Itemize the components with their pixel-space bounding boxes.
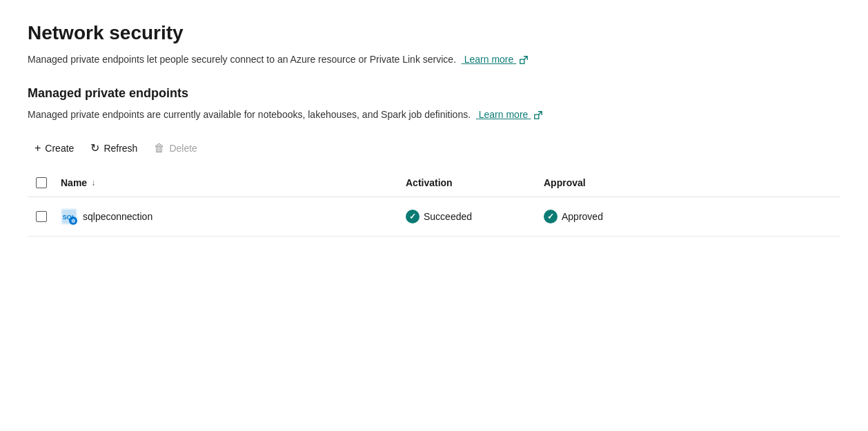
header-checkbox-wrapper <box>28 177 55 188</box>
refresh-icon: ↻ <box>90 143 99 154</box>
activation-status-badge: Succeeded <box>406 210 533 223</box>
name-cell: SQL ⚙ sqlpeconnection <box>55 206 400 228</box>
external-link-icon-1 <box>519 55 529 65</box>
plus-icon: + <box>34 143 41 154</box>
external-link-icon-2 <box>533 110 543 120</box>
column-header-extra <box>676 180 840 186</box>
section-title: Managed private endpoints <box>28 86 840 101</box>
learn-more-link-2[interactable]: Learn more <box>476 109 531 120</box>
toolbar: + Create ↻ Refresh 🗑 Delete <box>28 139 840 158</box>
section-description: Managed private endpoints are currently … <box>28 108 552 122</box>
learn-more-link-1[interactable]: Learn more <box>462 54 516 65</box>
row-checkbox[interactable] <box>36 211 47 222</box>
approval-cell: Approved <box>538 207 676 226</box>
table-header: Name ↓ Activation Approval <box>28 169 840 197</box>
endpoints-table: Name ↓ Activation Approval SQL ⚙ <box>28 169 840 237</box>
svg-rect-0 <box>520 59 524 63</box>
extra-cell <box>676 214 840 219</box>
delete-button[interactable]: 🗑 Delete <box>147 139 204 158</box>
sort-icon[interactable]: ↓ <box>91 178 95 188</box>
delete-label: Delete <box>169 143 197 154</box>
approved-icon <box>544 210 558 223</box>
column-header-approval: Approval <box>538 174 676 191</box>
page-title: Network security <box>28 22 840 44</box>
approval-status-text: Approved <box>562 211 603 222</box>
select-all-checkbox[interactable] <box>36 177 47 188</box>
activation-cell: Succeeded <box>400 207 538 226</box>
row-checkbox-wrapper <box>28 211 55 222</box>
endpoint-name: sqlpeconnection <box>83 211 152 222</box>
activation-status-text: Succeeded <box>424 211 472 222</box>
page-description: Managed private endpoints let people sec… <box>28 52 552 67</box>
refresh-label: Refresh <box>103 143 137 154</box>
create-button[interactable]: + Create <box>28 139 81 158</box>
column-header-activation: Activation <box>400 174 538 191</box>
refresh-button[interactable]: ↻ Refresh <box>83 139 144 158</box>
svg-text:⚙: ⚙ <box>71 219 75 223</box>
column-header-name: Name ↓ <box>55 174 400 191</box>
table-row: SQL ⚙ sqlpeconnection Succeeded Approved <box>28 197 840 237</box>
trash-icon: 🗑 <box>154 143 165 154</box>
sql-icon: SQL ⚙ <box>61 208 77 225</box>
svg-rect-1 <box>535 114 539 119</box>
approval-status-badge: Approved <box>544 210 671 223</box>
succeeded-icon <box>406 210 420 223</box>
create-label: Create <box>45 143 74 154</box>
